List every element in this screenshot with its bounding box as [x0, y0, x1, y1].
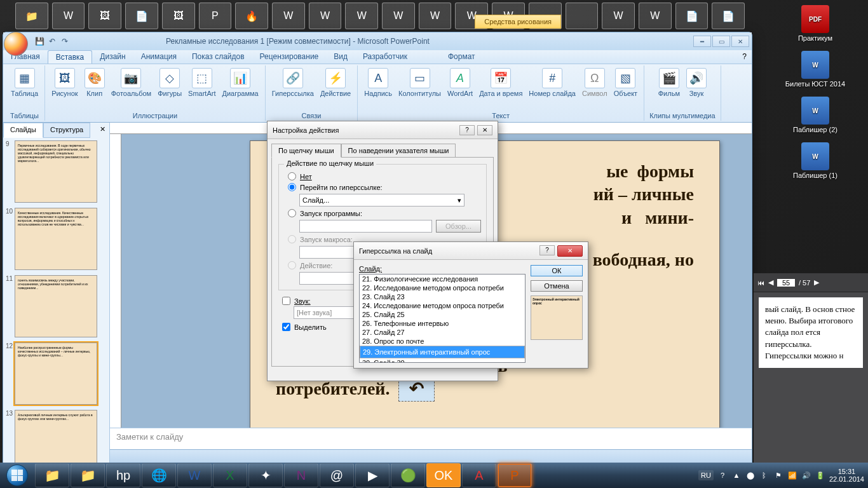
taskbar-adobe[interactable]: A	[462, 463, 496, 487]
table-button[interactable]: ▦Таблица	[10, 67, 39, 98]
radio-none[interactable]: Нет	[288, 172, 481, 180]
hyperlink-select[interactable]: Слайд...▾	[299, 194, 465, 207]
save-icon[interactable]: 💾	[34, 36, 45, 47]
start-button[interactable]	[0, 463, 34, 488]
smartart-button[interactable]: ⬚SmartArt	[187, 67, 217, 98]
hyperlink-button[interactable]: 🔗Гиперссылка	[271, 67, 315, 98]
office-button[interactable]	[4, 32, 28, 56]
help-icon[interactable]: ?	[539, 245, 555, 255]
slidenumber-button[interactable]: #Номер слайда	[527, 67, 577, 98]
slide-thumb[interactable]: 11понять взаимосвязь между участками, от…	[6, 275, 107, 337]
list-item[interactable]: 23. Слайд 23	[360, 292, 525, 301]
taskbar-hp[interactable]: hp	[106, 463, 140, 487]
tab-on-click[interactable]: По щелчку мыши	[271, 144, 341, 158]
preview-thumb[interactable]: W	[272, 3, 305, 29]
preview-thumb[interactable]: 🖼	[88, 3, 121, 29]
preview-thumb[interactable]: 📄	[712, 3, 745, 29]
list-item[interactable]: 25. Слайд 25	[360, 310, 525, 319]
tray-icon[interactable]: ⬤	[745, 470, 756, 480]
taskbar-onenote[interactable]: N	[284, 463, 318, 487]
page-input[interactable]: 55	[777, 279, 795, 287]
desktop-icon-pdf[interactable]: PDFПрактикум	[763, 5, 868, 42]
slide-thumb[interactable]: 13Альтернативой личным интервью служит р…	[6, 410, 107, 463]
preview-thumb[interactable]	[566, 3, 599, 29]
tab-format[interactable]: Формат	[440, 50, 483, 64]
taskbar-mail[interactable]: @	[320, 463, 354, 487]
sound-button[interactable]: 🔊Звук	[685, 67, 708, 98]
redo-icon[interactable]: ↷	[59, 36, 71, 47]
taskbar-item[interactable]: ✦	[248, 463, 283, 487]
taskbar-powerpoint[interactable]: P	[498, 463, 532, 487]
header-footer-button[interactable]: ▭Колонтитулы	[397, 67, 442, 98]
slides-tab[interactable]: Слайды	[3, 123, 43, 138]
battery-icon[interactable]: 🔋	[815, 470, 825, 480]
tab-developer[interactable]: Разработчик	[355, 50, 415, 64]
taskbar-word[interactable]: W	[177, 463, 212, 487]
list-item[interactable]: 29. Электронный интерактивный опрос	[360, 346, 525, 358]
list-item[interactable]: 22. Исследование методом опроса потреби	[360, 283, 525, 292]
volume-icon[interactable]: 🔊	[801, 470, 811, 480]
close-button[interactable]: ✕	[731, 36, 749, 47]
list-item[interactable]: 30. Слайд 30	[360, 358, 525, 363]
vertical-ruler[interactable]	[110, 134, 121, 428]
tab-design[interactable]: Дизайн	[92, 50, 133, 64]
close-icon[interactable]: ✕	[557, 245, 583, 257]
first-page-icon[interactable]: ⏮	[757, 279, 764, 287]
help-icon[interactable]: ?	[459, 125, 475, 135]
language-indicator[interactable]: RU	[698, 470, 714, 480]
cancel-button[interactable]: Отмена	[531, 280, 583, 292]
preview-thumb[interactable]: 🔥	[235, 3, 268, 29]
prev-page-icon[interactable]: ◀	[768, 278, 773, 287]
taskbar-ok[interactable]: OK	[426, 463, 461, 487]
preview-thumb[interactable]: W	[52, 3, 85, 29]
clock[interactable]: 15:31 22.01.2014	[829, 468, 864, 483]
desktop-icon-doc[interactable]: WБилеты ЮСТ 2014	[763, 51, 868, 88]
textbox-button[interactable]: AНадпись	[363, 67, 393, 98]
preview-thumb[interactable]: W	[602, 3, 635, 29]
undo-icon[interactable]: ↶	[46, 36, 58, 47]
wordart-button[interactable]: AWordArt	[446, 67, 474, 98]
next-page-icon[interactable]: ▶	[814, 278, 819, 287]
list-item[interactable]: 26. Телефонные интервью	[360, 319, 525, 328]
tab-review[interactable]: Рецензирование	[252, 50, 327, 64]
preview-thumb[interactable]: 📁	[15, 3, 48, 29]
taskbar-chrome[interactable]: 🌐	[142, 463, 176, 487]
desktop-icon-doc[interactable]: WПаблишер (1)	[763, 142, 868, 179]
taskbar-explorer[interactable]: 📁	[35, 463, 69, 487]
list-item[interactable]: 27. Слайд 27	[360, 328, 525, 337]
radio-hyperlink[interactable]: Перейти по гиперссылке:	[288, 183, 481, 191]
picture-button[interactable]: 🖼Рисунок	[50, 67, 79, 98]
preview-thumb[interactable]: W	[639, 3, 672, 29]
chart-button[interactable]: 📊Диаграмма	[221, 67, 260, 98]
action-button[interactable]: ⚡Действие	[319, 67, 352, 98]
shapes-button[interactable]: ◇Фигуры	[156, 67, 183, 98]
desktop-icon-doc[interactable]: WПаблишер (2)	[763, 97, 868, 133]
preview-thumb[interactable]: 📄	[125, 3, 158, 29]
preview-thumb[interactable]: 🖼	[162, 3, 195, 29]
taskbar-item[interactable]: 🟢	[391, 463, 425, 487]
preview-thumb[interactable]: W	[309, 3, 342, 29]
preview-thumb[interactable]: W	[382, 3, 415, 29]
outline-tab[interactable]: Структура	[43, 123, 90, 138]
tab-slideshow[interactable]: Показ слайдов	[184, 50, 252, 64]
help-tray-icon[interactable]: ?	[717, 470, 728, 480]
slide-thumb[interactable]: 9Первичные исследования. В ходе первичны…	[6, 140, 107, 203]
object-button[interactable]: ▧Объект	[613, 67, 639, 98]
maximize-button[interactable]: ▭	[712, 36, 730, 47]
taskbar-media[interactable]: ▶	[355, 463, 390, 487]
network-icon[interactable]: 📶	[787, 470, 797, 480]
datetime-button[interactable]: 📅Дата и время	[478, 67, 524, 98]
flag-icon[interactable]: ⚑	[773, 470, 783, 480]
slide-thumbnails[interactable]: 9Первичные исследования. В ходе первичны…	[3, 138, 109, 463]
symbol-button[interactable]: ΩСимвол	[581, 67, 609, 98]
pdf-page-content[interactable]: вый слайд. В основ стное меню. Выбира ит…	[759, 297, 863, 368]
titlebar[interactable]: 💾 ↶ ↷ Рекламные исследования 1 [Режим со…	[3, 32, 752, 50]
list-item[interactable]: 24. Исследование методом опроса потреби	[360, 301, 525, 310]
clipart-button[interactable]: 🎨Клип	[83, 67, 106, 98]
preview-thumb[interactable]: 📄	[675, 3, 709, 29]
list-item[interactable]: 28. Опрос по почте	[360, 337, 525, 346]
slide-thumb[interactable]: 12Наиболее распространенные формы качест…	[6, 342, 107, 405]
dialog-titlebar[interactable]: Гиперссылка на слайд ?✕	[354, 242, 588, 260]
minimize-button[interactable]: ━	[693, 36, 711, 47]
tab-on-hover[interactable]: По наведении указателя мыши	[341, 144, 456, 158]
